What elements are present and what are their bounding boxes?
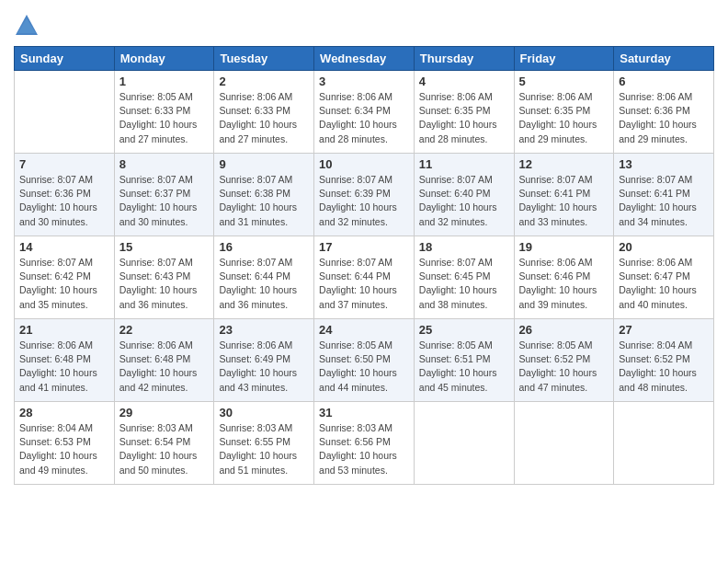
day-number: 10 (319, 157, 409, 171)
calendar-cell: 25Sunrise: 8:05 AM Sunset: 6:51 PM Dayli… (414, 319, 514, 402)
day-number: 12 (519, 157, 609, 171)
svg-marker-1 (17, 18, 36, 33)
calendar-cell: 5Sunrise: 8:06 AM Sunset: 6:35 PM Daylig… (514, 71, 614, 154)
day-info: Sunrise: 8:07 AM Sunset: 6:45 PM Dayligh… (419, 256, 509, 312)
day-number: 13 (619, 157, 709, 171)
day-header-sunday: Sunday (15, 47, 115, 71)
calendar-cell: 30Sunrise: 8:03 AM Sunset: 6:55 PM Dayli… (214, 402, 314, 485)
calendar-cell (614, 402, 714, 485)
day-info: Sunrise: 8:05 AM Sunset: 6:51 PM Dayligh… (419, 339, 509, 395)
day-number: 23 (219, 323, 309, 337)
day-number: 22 (119, 323, 210, 337)
day-info: Sunrise: 8:07 AM Sunset: 6:42 PM Dayligh… (19, 256, 109, 312)
day-number: 26 (519, 323, 609, 337)
week-row-5: 28Sunrise: 8:04 AM Sunset: 6:53 PM Dayli… (15, 402, 714, 485)
logo-icon (14, 13, 40, 39)
day-number: 31 (319, 406, 409, 419)
day-info: Sunrise: 8:07 AM Sunset: 6:44 PM Dayligh… (219, 256, 309, 312)
day-number: 7 (19, 157, 109, 171)
calendar-table: SundayMondayTuesdayWednesdayThursdayFrid… (14, 46, 714, 485)
calendar-cell: 4Sunrise: 8:06 AM Sunset: 6:35 PM Daylig… (414, 71, 514, 154)
day-header-tuesday: Tuesday (214, 47, 314, 71)
calendar-cell: 8Sunrise: 8:07 AM Sunset: 6:37 PM Daylig… (114, 154, 214, 236)
day-info: Sunrise: 8:06 AM Sunset: 6:34 PM Dayligh… (319, 90, 409, 146)
day-number: 17 (319, 240, 409, 254)
day-info: Sunrise: 8:07 AM Sunset: 6:40 PM Dayligh… (419, 173, 509, 229)
day-number: 1 (119, 75, 210, 88)
day-number: 8 (119, 157, 210, 171)
week-row-2: 7Sunrise: 8:07 AM Sunset: 6:36 PM Daylig… (15, 154, 714, 236)
calendar-cell: 22Sunrise: 8:06 AM Sunset: 6:48 PM Dayli… (114, 319, 214, 402)
calendar-cell (15, 71, 115, 154)
day-info: Sunrise: 8:04 AM Sunset: 6:52 PM Dayligh… (619, 339, 709, 395)
day-number: 9 (219, 157, 309, 171)
day-info: Sunrise: 8:06 AM Sunset: 6:49 PM Dayligh… (219, 339, 309, 395)
day-info: Sunrise: 8:06 AM Sunset: 6:35 PM Dayligh… (419, 90, 509, 146)
calendar-cell: 21Sunrise: 8:06 AM Sunset: 6:48 PM Dayli… (15, 319, 115, 402)
week-row-3: 14Sunrise: 8:07 AM Sunset: 6:42 PM Dayli… (15, 236, 714, 319)
week-row-4: 21Sunrise: 8:06 AM Sunset: 6:48 PM Dayli… (15, 319, 714, 402)
day-info: Sunrise: 8:06 AM Sunset: 6:48 PM Dayligh… (19, 339, 109, 395)
day-info: Sunrise: 8:06 AM Sunset: 6:35 PM Dayligh… (519, 90, 609, 146)
day-number: 19 (519, 240, 609, 254)
calendar-cell: 29Sunrise: 8:03 AM Sunset: 6:54 PM Dayli… (114, 402, 214, 485)
day-info: Sunrise: 8:03 AM Sunset: 6:54 PM Dayligh… (119, 421, 210, 477)
day-number: 5 (519, 75, 609, 88)
calendar-cell: 7Sunrise: 8:07 AM Sunset: 6:36 PM Daylig… (15, 154, 115, 236)
day-number: 27 (619, 323, 709, 337)
day-number: 28 (19, 406, 109, 419)
day-number: 16 (219, 240, 309, 254)
calendar-cell: 23Sunrise: 8:06 AM Sunset: 6:49 PM Dayli… (214, 319, 314, 402)
day-number: 25 (419, 323, 509, 337)
day-number: 29 (119, 406, 210, 419)
day-number: 21 (19, 323, 109, 337)
calendar-cell: 1Sunrise: 8:05 AM Sunset: 6:33 PM Daylig… (114, 71, 214, 154)
calendar-cell: 13Sunrise: 8:07 AM Sunset: 6:41 PM Dayli… (614, 154, 714, 236)
day-number: 2 (219, 75, 309, 88)
day-number: 24 (319, 323, 409, 337)
day-number: 3 (319, 75, 409, 88)
day-info: Sunrise: 8:03 AM Sunset: 6:55 PM Dayligh… (219, 421, 309, 477)
day-info: Sunrise: 8:05 AM Sunset: 6:52 PM Dayligh… (519, 339, 609, 395)
day-info: Sunrise: 8:05 AM Sunset: 6:33 PM Dayligh… (119, 90, 210, 146)
calendar-cell: 16Sunrise: 8:07 AM Sunset: 6:44 PM Dayli… (214, 236, 314, 319)
calendar-cell (414, 402, 514, 485)
day-info: Sunrise: 8:06 AM Sunset: 6:48 PM Dayligh… (119, 339, 210, 395)
calendar-cell: 20Sunrise: 8:06 AM Sunset: 6:47 PM Dayli… (614, 236, 714, 319)
day-info: Sunrise: 8:06 AM Sunset: 6:36 PM Dayligh… (619, 90, 709, 146)
day-info: Sunrise: 8:03 AM Sunset: 6:56 PM Dayligh… (319, 421, 409, 477)
day-number: 18 (419, 240, 509, 254)
day-number: 20 (619, 240, 709, 254)
calendar-header: SundayMondayTuesdayWednesdayThursdayFrid… (15, 47, 714, 71)
calendar-cell: 6Sunrise: 8:06 AM Sunset: 6:36 PM Daylig… (614, 71, 714, 154)
day-header-friday: Friday (514, 47, 614, 71)
header (14, 9, 714, 39)
day-info: Sunrise: 8:07 AM Sunset: 6:43 PM Dayligh… (119, 256, 210, 312)
day-number: 30 (219, 406, 309, 419)
calendar-cell: 27Sunrise: 8:04 AM Sunset: 6:52 PM Dayli… (614, 319, 714, 402)
page: SundayMondayTuesdayWednesdayThursdayFrid… (0, 0, 728, 499)
calendar-cell: 17Sunrise: 8:07 AM Sunset: 6:44 PM Dayli… (314, 236, 415, 319)
day-info: Sunrise: 8:07 AM Sunset: 6:38 PM Dayligh… (219, 173, 309, 229)
calendar-cell: 31Sunrise: 8:03 AM Sunset: 6:56 PM Dayli… (314, 402, 415, 485)
calendar-cell: 28Sunrise: 8:04 AM Sunset: 6:53 PM Dayli… (15, 402, 115, 485)
day-header-wednesday: Wednesday (314, 47, 415, 71)
day-number: 15 (119, 240, 210, 254)
day-number: 4 (419, 75, 509, 88)
day-info: Sunrise: 8:06 AM Sunset: 6:33 PM Dayligh… (219, 90, 309, 146)
calendar-body: 1Sunrise: 8:05 AM Sunset: 6:33 PM Daylig… (15, 71, 714, 485)
day-info: Sunrise: 8:06 AM Sunset: 6:47 PM Dayligh… (619, 256, 709, 312)
calendar-cell: 10Sunrise: 8:07 AM Sunset: 6:39 PM Dayli… (314, 154, 415, 236)
calendar-cell: 12Sunrise: 8:07 AM Sunset: 6:41 PM Dayli… (514, 154, 614, 236)
calendar-cell: 19Sunrise: 8:06 AM Sunset: 6:46 PM Dayli… (514, 236, 614, 319)
logo (14, 13, 42, 39)
day-number: 14 (19, 240, 109, 254)
calendar-cell (514, 402, 614, 485)
calendar-cell: 11Sunrise: 8:07 AM Sunset: 6:40 PM Dayli… (414, 154, 514, 236)
header-row: SundayMondayTuesdayWednesdayThursdayFrid… (15, 47, 714, 71)
day-info: Sunrise: 8:07 AM Sunset: 6:44 PM Dayligh… (319, 256, 409, 312)
day-number: 11 (419, 157, 509, 171)
calendar-cell: 3Sunrise: 8:06 AM Sunset: 6:34 PM Daylig… (314, 71, 415, 154)
calendar-cell: 9Sunrise: 8:07 AM Sunset: 6:38 PM Daylig… (214, 154, 314, 236)
calendar-cell: 24Sunrise: 8:05 AM Sunset: 6:50 PM Dayli… (314, 319, 415, 402)
